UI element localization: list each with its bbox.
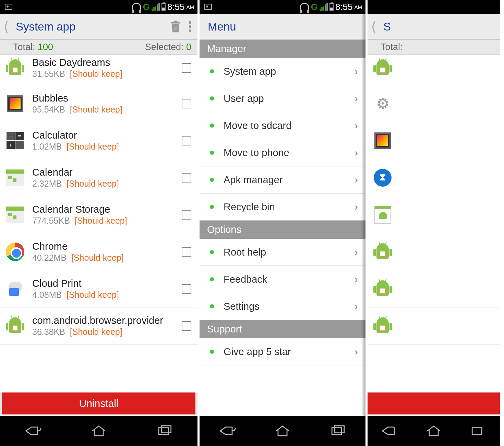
app-icon [5,242,25,262]
back-button[interactable]: ⟨ [3,19,9,35]
network-type: G [143,2,150,12]
bullet-icon [210,151,214,155]
battery-icon [329,3,334,11]
chevron-right-icon: › [355,346,358,357]
menu-item-label: Give app 5 star [224,346,355,357]
nav-recent-button[interactable] [328,424,347,438]
trash-icon[interactable]: ♲ [170,20,181,33]
app-row[interactable]: ⚙ [368,85,500,122]
menu-item[interactable]: Apk manager› [200,166,365,193]
bullet-icon [210,277,214,281]
app-list[interactable]: ⚙⧗ [368,55,500,392]
nav-recent-button[interactable] [468,424,488,438]
app-icon [5,204,25,225]
back-button[interactable]: ⟨ [371,19,376,35]
menu-item[interactable]: Move to phone› [200,139,365,166]
app-size: 95.54KB [32,105,65,114]
app-row[interactable]: −=+Calculator1.02MB [Should keep] [0,122,197,159]
overflow-menu-icon[interactable] [189,21,191,32]
menu-item-label: System app [224,66,355,77]
app-name: Bubbles [32,93,182,104]
total-value: 100 [38,42,53,52]
chevron-right-icon: › [355,93,358,104]
nav-home-button[interactable] [89,424,108,438]
app-checkbox[interactable] [182,63,191,73]
nav-back-button[interactable] [23,424,43,438]
app-row[interactable]: Chrome40.22MB [Should keep] [0,233,197,270]
nav-bar [200,416,365,446]
nav-back-button[interactable] [380,424,399,438]
menu-item[interactable]: User app› [200,85,365,112]
stats-bar: Total: 100 Selected: 0 [0,40,197,55]
bullet-icon [210,350,214,354]
status-bar: G 8:55 AM [0,0,197,14]
app-size: 4.08MB [32,290,62,300]
app-name: Calendar [32,167,182,178]
app-row[interactable] [368,55,500,85]
uninstall-button[interactable]: Uninstall [2,392,195,414]
nav-recent-button[interactable] [155,424,174,438]
nav-bar [0,416,197,446]
menu-list[interactable]: ManagerSystem app›User app›Move to sdcar… [200,40,365,416]
menu-item[interactable]: Settings› [200,293,365,320]
app-tag: [Should keep] [70,105,122,114]
app-row[interactable]: Calendar Storage774.55KB [Should keep] [0,196,197,233]
clock-time: 8:55 [335,2,353,12]
headphone-icon [300,3,309,11]
app-list[interactable]: Basic Daydreams31.55KB [Should keep]Bubb… [0,55,197,392]
chevron-right-icon: › [355,147,358,159]
app-checkbox[interactable] [182,247,191,257]
page-title: System app [16,20,170,33]
menu-item[interactable]: Give app 5 star› [200,338,365,365]
app-tag: [Should keep] [71,253,124,262]
app-tag: [Should keep] [67,142,119,151]
signal-icon [152,3,160,11]
bullet-icon [210,96,214,101]
app-tag: [Should keep] [70,69,122,79]
menu-item[interactable]: Move to sdcard› [200,112,365,139]
bullet-icon [210,205,214,209]
app-checkbox[interactable] [182,284,191,294]
app-row[interactable] [368,233,500,270]
app-checkbox[interactable] [182,321,191,331]
app-row[interactable]: com.android.browser.provider36.38KB [Sho… [0,307,197,344]
app-row[interactable] [368,122,500,159]
menu-item-label: User app [224,93,355,104]
app-row[interactable]: ⧗ [368,159,500,196]
menu-item[interactable]: Root help› [200,239,365,266]
app-row[interactable] [368,196,500,233]
app-tag: [Should keep] [67,290,119,300]
app-row[interactable] [368,270,500,307]
menu-item[interactable]: System app› [200,58,365,85]
app-row[interactable] [368,307,500,344]
app-row[interactable]: Cloud Print4.08MB [Should keep] [0,270,197,307]
app-name: Basic Daydreams [32,57,182,68]
bullet-icon [210,304,214,308]
app-row[interactable]: Basic Daydreams31.55KB [Should keep] [0,55,197,85]
app-icon: ⚙ [372,93,393,114]
svg-text:♲: ♲ [174,26,178,31]
app-checkbox[interactable] [182,136,191,145]
nav-home-button[interactable] [424,424,443,438]
app-checkbox[interactable] [182,210,191,220]
app-row[interactable]: Calendar2.32MB [Should keep] [0,159,197,196]
menu-item[interactable]: Recycle bin› [200,193,365,221]
menu-item-label: Feedback [224,274,355,285]
phone-screen-1: G 8:55 AM ⟨ System app ♲ Total: 100 Sele… [0,0,200,446]
nav-back-button[interactable] [218,424,237,438]
svg-rect-3 [332,428,342,435]
nav-home-button[interactable] [273,424,292,438]
app-size: 31.55KB [32,69,65,79]
app-checkbox[interactable] [182,99,191,108]
bullet-icon [210,178,214,182]
app-checkbox[interactable] [182,173,191,183]
app-icon [5,316,25,336]
svg-rect-4 [335,426,344,433]
menu-item[interactable]: Feedback› [200,266,365,293]
status-bar: G 8:55 AM [200,0,365,14]
app-row[interactable]: Bubbles95.54KB [Should keep] [0,85,197,122]
menu-item-label: Apk manager [224,174,355,186]
uninstall-button-partial[interactable] [368,392,500,414]
clock-time: 8:55 [167,2,185,12]
app-name: Chrome [32,241,182,252]
